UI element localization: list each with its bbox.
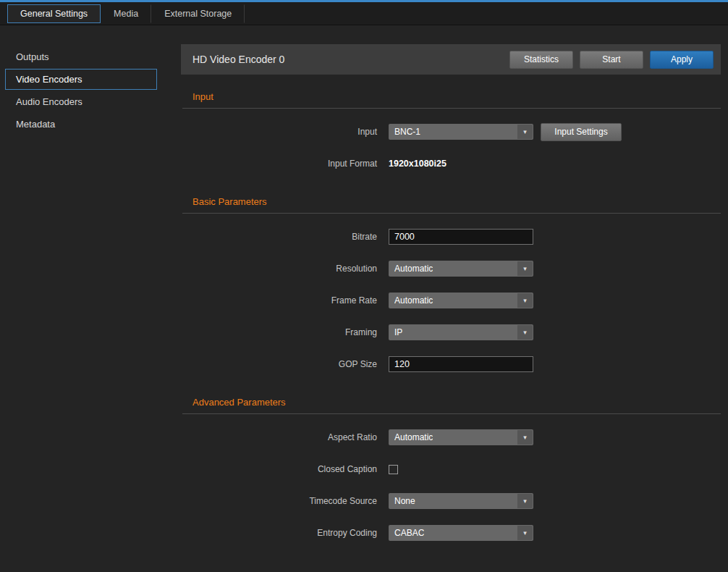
field-label-framing: Framing xyxy=(181,327,389,337)
page-title: HD Video Encoder 0 xyxy=(192,54,509,65)
entropy-coding-select-value: CABAC xyxy=(394,528,424,538)
sidebar-item-video-encoders[interactable]: Video Encoders xyxy=(5,69,157,90)
frame-rate-select[interactable]: Automatic ▾ xyxy=(389,293,533,308)
field-label-bitrate: Bitrate xyxy=(181,232,389,242)
closed-caption-checkbox[interactable] xyxy=(389,465,398,474)
chevron-down-icon: ▾ xyxy=(517,261,533,276)
main-tab-bar: General Settings Media External Storage xyxy=(0,2,728,25)
chevron-down-icon: ▾ xyxy=(517,494,533,508)
section-title-input: Input xyxy=(192,91,721,102)
frame-rate-select-value: Automatic xyxy=(394,295,433,306)
tab-external-storage[interactable]: External Storage xyxy=(151,4,245,23)
form-row-gop-size: GOP Size xyxy=(181,348,721,380)
bitrate-input[interactable] xyxy=(389,229,533,245)
input-source-select-value: BNC-1 xyxy=(394,127,420,137)
form-row-frame-rate: Frame Rate Automatic ▾ xyxy=(181,285,721,316)
aspect-ratio-select-value: Automatic xyxy=(394,432,433,442)
sidebar-item-audio-encoders[interactable]: Audio Encoders xyxy=(5,91,157,112)
apply-button[interactable]: Apply xyxy=(650,51,714,69)
tab-general-settings[interactable]: General Settings xyxy=(7,4,101,23)
sidebar-item-outputs[interactable]: Outputs xyxy=(5,46,157,67)
section-advanced-parameters: Advanced Parameters Aspect Ratio Automat… xyxy=(181,397,721,549)
form-row-timecode-source: Timecode Source None ▾ xyxy=(181,485,721,517)
timecode-source-select[interactable]: None ▾ xyxy=(389,493,533,509)
app-window: General Settings Media External Storage … xyxy=(0,0,728,572)
input-format-value: 1920x1080i25 xyxy=(389,159,446,169)
sidebar: Outputs Video Encoders Audio Encoders Me… xyxy=(0,25,181,572)
statistics-button[interactable]: Statistics xyxy=(509,51,573,69)
form-row-entropy-coding: Entropy Coding CABAC ▾ xyxy=(181,517,721,549)
section-title-basic-parameters: Basic Parameters xyxy=(192,196,721,207)
section-rows: Aspect Ratio Automatic ▾ Closed Caption … xyxy=(181,414,721,549)
encoder-header-bar: HD Video Encoder 0 Statistics Start Appl… xyxy=(181,44,721,75)
form-row-closed-caption: Closed Caption xyxy=(181,453,721,485)
entropy-coding-select[interactable]: CABAC ▾ xyxy=(389,525,533,541)
header-buttons: Statistics Start Apply xyxy=(509,51,714,69)
field-label-frame-rate: Frame Rate xyxy=(181,295,389,306)
input-source-select[interactable]: BNC-1 ▾ xyxy=(389,124,533,140)
section-rows: Bitrate Resolution Automatic ▾ Frame Rat… xyxy=(181,214,721,380)
section-rows: Input BNC-1 ▾ Input Settings Input Forma… xyxy=(181,109,721,180)
section-title-advanced-parameters: Advanced Parameters xyxy=(192,397,721,408)
page-body: Outputs Video Encoders Audio Encoders Me… xyxy=(0,25,728,572)
tab-media[interactable]: Media xyxy=(101,4,151,23)
start-button[interactable]: Start xyxy=(580,51,643,69)
form-row-aspect-ratio: Aspect Ratio Automatic ▾ xyxy=(181,421,721,453)
sidebar-item-metadata[interactable]: Metadata xyxy=(5,114,157,135)
field-label-timecode-source: Timecode Source xyxy=(181,496,389,506)
form-row-resolution: Resolution Automatic ▾ xyxy=(181,253,721,285)
main-content: HD Video Encoder 0 Statistics Start Appl… xyxy=(181,25,728,572)
form-row-bitrate: Bitrate xyxy=(181,221,721,253)
timecode-source-select-value: None xyxy=(394,496,415,506)
field-label-closed-caption: Closed Caption xyxy=(181,464,389,474)
chevron-down-icon: ▾ xyxy=(517,325,533,340)
form-row-input-format: Input Format 1920x1080i25 xyxy=(181,148,721,180)
field-label-aspect-ratio: Aspect Ratio xyxy=(181,432,389,442)
field-label-entropy-coding: Entropy Coding xyxy=(181,528,389,538)
gop-size-input[interactable] xyxy=(389,356,533,372)
field-label-input: Input xyxy=(181,127,389,137)
chevron-down-icon: ▾ xyxy=(517,293,533,308)
field-label-resolution: Resolution xyxy=(181,264,389,274)
framing-select-value: IP xyxy=(394,327,402,337)
section-basic-parameters: Basic Parameters Bitrate Resolution Auto… xyxy=(181,196,721,380)
form-row-input: Input BNC-1 ▾ Input Settings xyxy=(181,116,721,148)
form-row-framing: Framing IP ▾ xyxy=(181,316,721,348)
chevron-down-icon: ▾ xyxy=(517,526,533,540)
framing-select[interactable]: IP ▾ xyxy=(389,324,533,340)
resolution-select-value: Automatic xyxy=(394,264,433,274)
field-label-input-format: Input Format xyxy=(181,159,389,169)
chevron-down-icon: ▾ xyxy=(517,430,533,445)
chevron-down-icon: ▾ xyxy=(517,125,533,139)
field-label-gop-size: GOP Size xyxy=(181,359,389,369)
aspect-ratio-select[interactable]: Automatic ▾ xyxy=(389,429,533,445)
input-settings-button[interactable]: Input Settings xyxy=(541,123,622,141)
section-input: Input Input BNC-1 ▾ Input Settings Input… xyxy=(181,91,721,180)
resolution-select[interactable]: Automatic ▾ xyxy=(389,261,533,277)
